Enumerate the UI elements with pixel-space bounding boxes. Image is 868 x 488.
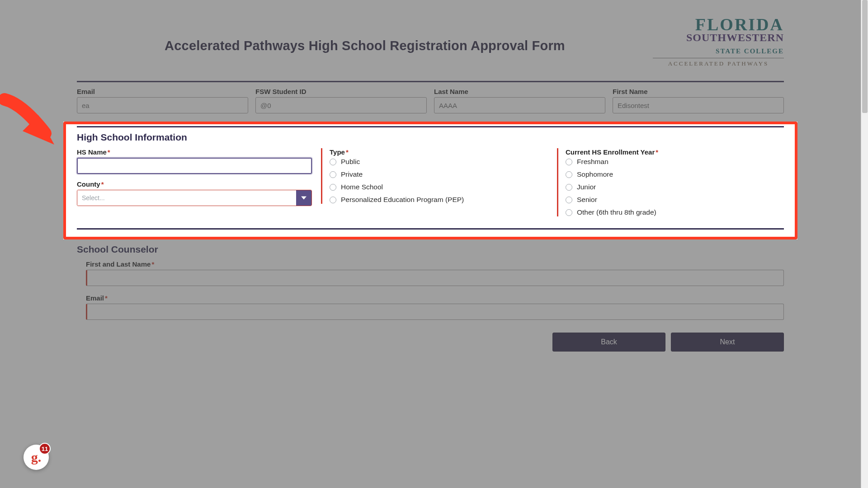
logo-line-3: ACCELERATED PATHWAYS (653, 58, 784, 67)
type-option-label: Private (341, 170, 363, 178)
fsw-logo: FLORIDA SOUTHWESTERN STATE COLLEGE ACCEL… (653, 14, 784, 67)
lastname-label: Last Name (434, 88, 605, 95)
year-option-label: Sophomore (577, 170, 613, 178)
counselor-email-label: Email* (86, 294, 784, 302)
hs-section-heading: High School Information (77, 132, 784, 143)
vertical-scrollbar[interactable] (861, 0, 868, 488)
personal-info-row: Email FSW Student ID Last Name First Nam… (77, 88, 784, 113)
email-label: Email (77, 88, 248, 95)
radio-icon (566, 159, 572, 165)
type-radio-group: Public Private Home School Personalized … (330, 158, 548, 204)
county-label: County* (77, 180, 312, 188)
grammarly-badge[interactable]: g. 11 (24, 445, 49, 470)
radio-icon (330, 184, 336, 191)
hsname-field[interactable] (77, 158, 312, 174)
firstname-field[interactable] (613, 97, 784, 113)
logo-line-2: SOUTHWESTERN STATE COLLEGE (653, 32, 784, 56)
radio-icon (330, 197, 336, 203)
county-select[interactable]: Select... (77, 190, 312, 206)
type-option-public[interactable]: Public (330, 158, 548, 166)
radio-icon (330, 171, 336, 178)
back-button[interactable]: Back (552, 333, 665, 352)
logo-line-2b: STATE COLLEGE (716, 47, 784, 55)
scrollbar-thumb[interactable] (862, 0, 868, 113)
year-option-label: Senior (577, 196, 597, 204)
page-title: Accelerated Pathways High School Registr… (77, 14, 653, 53)
year-option-sophomore[interactable]: Sophomore (566, 170, 784, 178)
hsname-label: HS Name* (77, 148, 312, 156)
logo-line-2a: SOUTHWESTERN (686, 32, 784, 43)
counselor-name-label: First and Last Name* (86, 260, 784, 268)
year-option-freshman[interactable]: Freshman (566, 158, 784, 166)
year-radio-group: Freshman Sophomore Junior Senior Other (… (566, 158, 784, 216)
year-option-other[interactable]: Other (6th thru 8th grade) (566, 208, 784, 216)
chevron-down-icon (301, 195, 307, 201)
county-placeholder: Select... (77, 190, 296, 206)
type-option-label: Home School (341, 183, 383, 191)
type-option-label: Personalized Education Program (PEP) (341, 196, 464, 204)
grammarly-count-badge: 11 (39, 443, 51, 455)
county-dropdown-button[interactable] (296, 190, 311, 206)
type-option-private[interactable]: Private (330, 170, 548, 178)
fswid-label: FSW Student ID (255, 88, 427, 95)
fswid-field[interactable] (255, 97, 427, 113)
year-option-label: Other (6th thru 8th grade) (577, 208, 656, 216)
counselor-heading: School Counselor (77, 244, 784, 255)
year-option-label: Junior (577, 183, 596, 191)
type-option-homeschool[interactable]: Home School (330, 183, 548, 191)
divider-hs-bottom (77, 228, 784, 230)
next-button[interactable]: Next (671, 333, 784, 352)
firstname-label: First Name (613, 88, 784, 95)
type-label: Type* (330, 148, 548, 156)
divider-hs-top (77, 126, 784, 127)
year-option-junior[interactable]: Junior (566, 183, 784, 191)
lastname-field[interactable] (434, 97, 605, 113)
radio-icon (566, 209, 572, 216)
year-label: Current HS Enrollment Year* (566, 148, 784, 156)
radio-icon (330, 159, 336, 165)
radio-icon (566, 197, 572, 203)
year-option-label: Freshman (577, 158, 609, 166)
counselor-email-field[interactable] (86, 304, 784, 320)
year-option-senior[interactable]: Senior (566, 196, 784, 204)
counselor-name-field[interactable] (86, 270, 784, 286)
divider-top (77, 81, 784, 82)
radio-icon (566, 184, 572, 191)
email-field[interactable] (77, 97, 248, 113)
radio-icon (566, 171, 572, 178)
type-option-label: Public (341, 158, 360, 166)
type-option-pep[interactable]: Personalized Education Program (PEP) (330, 196, 548, 204)
